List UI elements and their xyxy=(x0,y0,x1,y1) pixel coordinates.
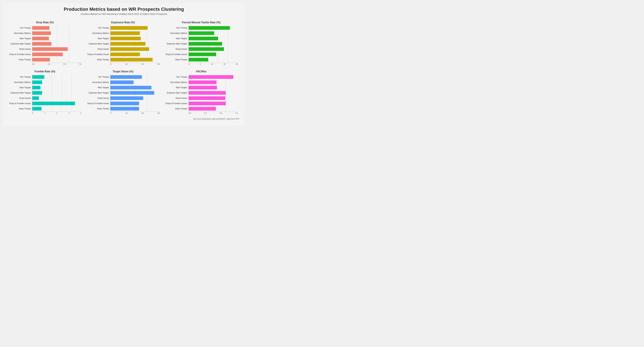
chart-title-explosive-rate: Explosive Rate (%) xyxy=(86,21,160,24)
bar-row: Main Targets xyxy=(8,85,82,90)
bar-fill xyxy=(32,75,44,79)
axis-line xyxy=(110,63,160,63)
bar-track xyxy=(110,47,160,51)
bar-track xyxy=(188,102,238,105)
x-axis-drop-rate: 0.02.55.07.5 xyxy=(32,63,82,65)
x-axis-tick: 2.5 xyxy=(48,63,50,65)
bar-label: Explosive Main Targets xyxy=(86,92,110,94)
bar-fill xyxy=(110,81,134,84)
x-axis-tick: 7.5 xyxy=(235,112,238,114)
bar-label: YAC Threats xyxy=(86,76,110,78)
bar-label: Explosive Main Targets xyxy=(8,43,32,45)
bar-label: Deep Threats xyxy=(86,108,110,110)
bar-fill xyxy=(110,47,149,51)
bar-label: YAC Threats xyxy=(165,27,188,29)
bar-fill xyxy=(110,31,140,35)
bar-row: Deep Threats xyxy=(86,57,160,62)
bar-label: Drops & Fumbles Issues xyxy=(86,53,110,56)
bar-fill xyxy=(32,58,50,62)
bar-row: Explosive Main Targets xyxy=(165,42,238,46)
x-axis-tick: 4 xyxy=(80,112,82,114)
bar-track xyxy=(32,42,82,46)
axis-line xyxy=(188,63,238,63)
axis-line xyxy=(188,112,238,112)
bar-row: Drops Issues xyxy=(165,96,238,101)
charts-grid: Drop Rate (%)YAC ThreatsSecondary Option… xyxy=(8,19,240,116)
bar-track xyxy=(32,53,82,56)
x-axis-tick: 2.5 xyxy=(204,112,206,114)
bar-track xyxy=(188,26,238,30)
bar-track xyxy=(188,53,238,56)
x-axis-tick: 5.0 xyxy=(220,112,222,114)
axis-line xyxy=(110,112,160,112)
x-axis-tick: 3 xyxy=(68,112,69,114)
bar-label: Drops Issues xyxy=(86,97,110,99)
bar-track xyxy=(188,37,238,40)
bar-track xyxy=(110,42,160,46)
x-axis-tick: 0.0 xyxy=(32,63,35,65)
bar-fill xyxy=(32,53,63,56)
page-title: Production Metrics based on WR Prospects… xyxy=(8,7,240,12)
bar-row: Deep Threats xyxy=(86,106,160,111)
chart-area-explosive-rate: YAC ThreatsSecondary OptionsMain Targets… xyxy=(86,26,160,63)
bar-fill xyxy=(188,47,224,51)
bar-fill xyxy=(32,107,42,111)
bar-label: Drops Issues xyxy=(165,97,188,99)
bar-label: Drops Issues xyxy=(8,97,32,99)
bar-row: Explosive Main Targets xyxy=(8,91,82,95)
chart-panel-yac-rec: YAC/RecYAC ThreatsSecondary OptionsMain … xyxy=(165,68,240,116)
bars-container-target-share: YAC ThreatsSecondary OptionsMain Targets… xyxy=(86,75,160,112)
page-subtitle: Clusters Based on FBS Receivers Drafted … xyxy=(8,13,240,15)
chart-panel-drop-rate: Drop Rate (%)YAC ThreatsSecondary Option… xyxy=(8,19,83,67)
bar-row: Drops & Fumbles Issues xyxy=(165,52,238,57)
bar-track xyxy=(32,58,82,62)
chart-title-drop-rate: Drop Rate (%) xyxy=(8,21,82,24)
bar-label: Drops & Fumbles Issues xyxy=(8,102,32,105)
bar-row: Explosive Main Targets xyxy=(8,42,82,46)
bar-label: YAC Threats xyxy=(8,76,32,78)
bar-track xyxy=(188,31,238,35)
bar-fill xyxy=(32,47,68,51)
bar-label: Main Targets xyxy=(8,86,32,89)
bar-track xyxy=(32,91,82,95)
x-axis-tick: 20 xyxy=(142,112,144,114)
bar-row: Main Targets xyxy=(165,36,238,41)
bar-track xyxy=(110,91,160,95)
x-axis-tick: 30 xyxy=(158,112,160,114)
bar-track xyxy=(32,37,82,40)
bar-label: Drops & Fumbles Issues xyxy=(86,102,110,105)
bar-label: Secondary Options xyxy=(86,32,110,34)
x-axis-tick: 7.5 xyxy=(79,63,82,65)
x-axis-tick: 0 xyxy=(110,112,111,114)
bar-track xyxy=(188,47,238,51)
chart-panel-forced-missed-tackle: Forced Missed Tackle Rate (%)YAC Threats… xyxy=(165,19,240,67)
bar-row: Secondary Options xyxy=(86,31,160,36)
bar-row: Secondary Options xyxy=(8,80,82,85)
bar-track xyxy=(32,86,82,89)
bar-fill xyxy=(32,26,49,30)
x-axis-tick: 40 xyxy=(142,63,144,65)
bar-fill xyxy=(188,26,230,30)
bar-row: Explosive Main Targets xyxy=(86,91,160,95)
bar-fill xyxy=(188,96,225,100)
bar-row: Secondary Options xyxy=(8,31,82,36)
bar-row: Drops Issues xyxy=(86,96,160,101)
x-axis-tick: 5 xyxy=(200,63,201,65)
bar-label: Deep Threats xyxy=(8,59,32,61)
x-axis-tick: 20 xyxy=(126,63,128,65)
bar-fill xyxy=(110,42,146,46)
bar-row: Main Targets xyxy=(8,36,82,41)
bar-track xyxy=(188,91,238,95)
bar-track xyxy=(110,86,160,89)
x-axis-forced-missed-tackle: 05101520 xyxy=(188,63,238,65)
bar-fill xyxy=(110,58,152,62)
bar-fill xyxy=(110,26,148,30)
bar-row: Drops & Fumbles Issues xyxy=(86,52,160,57)
bar-fill xyxy=(188,102,226,105)
bar-track xyxy=(188,107,238,111)
bars-container-forced-missed-tackle: YAC ThreatsSecondary OptionsMain Targets… xyxy=(165,26,238,63)
bar-label: Drops Issues xyxy=(86,48,110,50)
bar-track xyxy=(188,96,238,100)
bar-label: Explosive Main Targets xyxy=(8,92,32,94)
bar-fill xyxy=(32,37,49,40)
